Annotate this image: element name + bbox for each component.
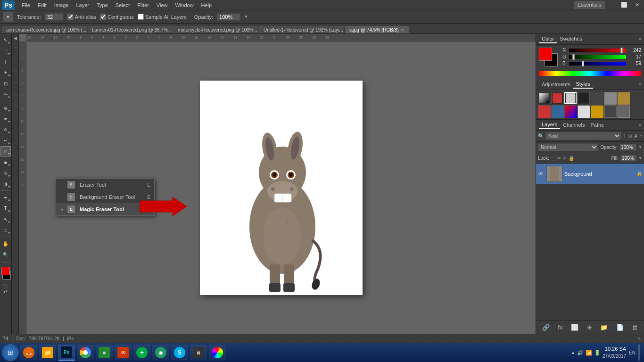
blur-tool[interactable]: ◎▸ [0,168,11,178]
panel-btn-4[interactable]: ⋮ [12,77,18,88]
panel-btn-6[interactable]: ⋮ [12,101,18,111]
window-close[interactable]: ✕ [632,1,642,9]
hand-tool[interactable]: ✋ [0,239,11,249]
canvas-area[interactable]: 1614121086420246810121416182022242628303… [19,34,536,334]
b-slider[interactable] [569,62,626,66]
tab-banner[interactable]: banner-01-Recovered.png @ 66.7% ... ✕ [88,26,173,33]
ctx-eraser-tool[interactable]: E Eraser Tool E [56,179,154,191]
layers-filter-icon2[interactable]: ◎ [628,133,632,139]
default-colors[interactable]: ⬛ [3,284,8,288]
gradient-tool[interactable]: ■▸ [0,157,11,167]
layers-panel-expand[interactable]: ≡ [639,123,641,127]
new-group-btn[interactable]: 📁 [598,323,610,332]
menu-edit[interactable]: Edit [34,1,50,9]
taskbar-chrome[interactable] [77,345,94,361]
menu-layer[interactable]: Layer [73,1,92,9]
tray-expand-icon[interactable]: ▲ [571,350,575,355]
start-button[interactable]: ⊞ [2,344,19,361]
style-swatch-3[interactable] [564,92,577,104]
tab-untitled[interactable]: Untitled-1-Recovered @ 192% (Laye... ✕ [259,26,344,33]
lock-all-icon[interactable]: 🔒 [569,156,574,161]
taskbar-app7[interactable]: + [133,345,150,361]
network-icon[interactable]: 📶 [586,350,592,356]
layers-filter-icon3[interactable]: A [634,133,637,139]
layers-mode-select[interactable]: Normal [538,143,598,151]
fill-input[interactable] [620,155,636,162]
menu-view[interactable]: View [153,1,171,9]
panel-btn-3[interactable]: ⋮ [12,66,18,76]
eyedropper-tool[interactable]: ✏▸ [0,89,11,99]
new-layer-btn[interactable]: 📄 [614,323,626,332]
battery-icon[interactable]: 🔋 [594,350,601,356]
lock-pixels-icon[interactable]: ✏ [557,156,561,161]
brush-tool[interactable]: ✒▸ [0,114,11,124]
type-tool[interactable]: T▸ [0,203,11,214]
taskbar-app5[interactable]: ■ [96,345,113,361]
heal-tool[interactable]: ⊕▸ [0,103,11,113]
taskbar-skype[interactable]: S [171,345,188,361]
menu-window[interactable]: Window [172,1,197,9]
anti-alias-checkbox[interactable] [67,14,74,20]
taskbar-calculator[interactable]: 🖩 [190,345,207,361]
taskbar-photoshop[interactable]: Ps [58,345,75,361]
style-swatch-5[interactable] [591,92,603,104]
style-swatch-9[interactable] [551,105,563,117]
shape-tool[interactable]: □▸ [0,225,11,235]
clone-tool[interactable]: ⊙▸ [0,124,11,135]
style-swatch-14[interactable] [617,105,629,117]
tolerance-input[interactable] [45,13,64,21]
style-swatch-7[interactable] [617,92,629,104]
window-restore[interactable]: ⬜ [618,1,630,9]
add-style-btn[interactable]: fx [556,323,564,332]
show-desktop-btn[interactable] [638,345,640,361]
panel-btn-5[interactable]: ⋮ [12,89,18,99]
crop-tool[interactable]: ⊡ [0,78,11,89]
sample-all-checkbox-label[interactable]: Sample All Layers [138,14,187,20]
tab-anh-chuan[interactable]: anh chuan-Recovered.jpg @ 100% (... ✕ [2,26,87,33]
style-swatch-4[interactable] [578,92,590,104]
fill-dropdown-icon[interactable]: ▼ [638,156,642,160]
swap-colors[interactable]: ⇄ [4,289,8,294]
panel-btn-1[interactable]: ⋮ [12,42,18,52]
styles-tab[interactable]: Styles [573,80,593,89]
opacity-input[interactable] [217,13,240,21]
canvas-image[interactable] [200,81,363,295]
dodge-tool[interactable]: ◑▸ [0,179,11,189]
volume-icon[interactable]: 🔊 [577,350,584,356]
panel-btn-2[interactable]: ⋮ [12,54,18,64]
taskbar-firefox[interactable]: 🦊 [20,345,37,361]
style-swatch-1[interactable] [538,92,550,104]
color-panel-expand[interactable]: ≡ [639,37,641,41]
r-slider[interactable] [569,49,626,52]
window-minimize[interactable]: ─ [607,1,616,9]
quick-select-tool[interactable]: ✦▸ [0,67,11,78]
menu-file[interactable]: File [18,1,33,9]
tab-motorcycle[interactable]: motorcycle-Recovered.png @ 100% ... ✕ [173,26,258,33]
path-select-tool[interactable]: ↖▸ [0,214,11,224]
add-mask-btn[interactable]: ⬜ [569,323,580,332]
anti-alias-checkbox-label[interactable]: Anti-alias [67,14,96,20]
tab-close-5[interactable]: ✕ [401,28,405,33]
style-swatch-13[interactable] [604,105,616,117]
layer-visibility-eye[interactable]: 👁 [538,171,545,177]
foreground-color-preview[interactable] [539,48,552,61]
taskbar-explorer[interactable]: 📁 [39,345,56,361]
zoom-tool[interactable]: 🔍 [0,249,11,260]
color-tab[interactable]: Color [539,35,557,43]
layers-kind-select[interactable]: Kind [545,132,621,140]
lasso-tool[interactable]: ⌇ [0,57,11,67]
style-swatch-6[interactable] [604,92,616,104]
opacity-input-layers[interactable] [619,144,636,151]
style-swatch-10[interactable] [564,105,577,117]
foreground-color-swatch[interactable] [1,267,10,275]
history-brush-tool[interactable]: ↩▸ [0,135,11,146]
taskbar-app8[interactable]: ◉ [152,345,169,361]
pen-tool[interactable]: ✒▸ [0,192,11,203]
style-swatch-2[interactable] [551,92,563,104]
menu-select[interactable]: Select [112,1,133,9]
marquee-tool[interactable]: ⬚▸ [0,46,11,56]
link-layers-btn[interactable]: 🔗 [540,323,552,332]
taskbar-color-picker[interactable] [209,345,226,361]
channels-tab[interactable]: Channels [560,121,587,129]
paths-tab[interactable]: Paths [588,121,607,129]
